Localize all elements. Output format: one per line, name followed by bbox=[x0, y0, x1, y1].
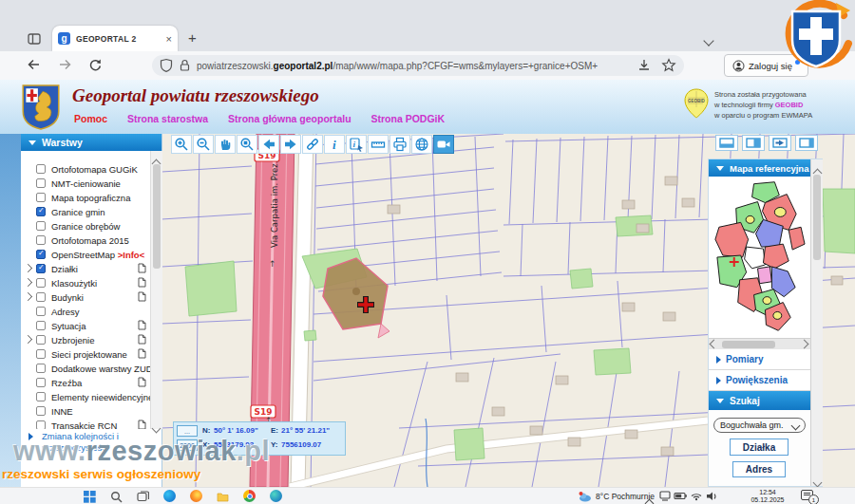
new-tab-button[interactable]: + bbox=[188, 29, 197, 46]
layout-arrow-button[interactable] bbox=[769, 135, 791, 151]
info-button[interactable]: i bbox=[324, 135, 345, 154]
layer-checkbox[interactable] bbox=[36, 406, 46, 416]
globe-button[interactable] bbox=[411, 135, 432, 154]
layer-checkbox[interactable] bbox=[36, 193, 46, 202]
scrollbar-thumb[interactable] bbox=[153, 164, 161, 269]
layer-checkbox[interactable] bbox=[36, 278, 46, 288]
zoom-in-button[interactable] bbox=[171, 135, 192, 154]
osm-info-link[interactable]: >Info< bbox=[118, 250, 145, 260]
layer-checkbox[interactable] bbox=[36, 420, 46, 429]
layer-row[interactable]: Uzbrojenie bbox=[21, 334, 150, 348]
layout-split-button[interactable] bbox=[715, 135, 738, 151]
chrome-icon[interactable] bbox=[243, 490, 256, 502]
tray-chevron-icon[interactable] bbox=[646, 494, 653, 504]
layer-checkbox[interactable] bbox=[36, 250, 46, 259]
layout-right-button[interactable] bbox=[742, 135, 765, 151]
tab-close-icon[interactable]: × bbox=[166, 33, 172, 45]
tracking-shield-icon[interactable] bbox=[160, 58, 173, 73]
layer-checkbox[interactable] bbox=[36, 264, 46, 273]
back-button[interactable] bbox=[27, 57, 42, 72]
system-tray-icons[interactable] bbox=[659, 491, 720, 502]
dzialka-button[interactable]: Działka bbox=[730, 439, 788, 456]
expand-chevron-icon[interactable] bbox=[24, 335, 32, 344]
layer-row[interactable]: Adresy bbox=[21, 306, 150, 320]
url-bar[interactable]: powiatrzeszowski.geoportal2.pl/map/www/m… bbox=[152, 55, 684, 76]
layer-checkbox[interactable] bbox=[36, 164, 46, 174]
expand-chevron-icon[interactable] bbox=[24, 278, 32, 287]
layer-doc-icon[interactable] bbox=[138, 348, 146, 361]
reload-button[interactable] bbox=[87, 57, 103, 72]
scroll-left-icon[interactable] bbox=[710, 340, 719, 349]
layer-row[interactable]: Ortofotomapa GUGiK bbox=[21, 163, 150, 177]
info-select-button[interactable]: i bbox=[346, 135, 367, 154]
menu-pomoc[interactable]: Pomoc bbox=[74, 113, 107, 124]
explorer-icon[interactable] bbox=[217, 490, 229, 502]
layer-row[interactable]: Mapa topograficzna bbox=[21, 192, 150, 206]
browser-tab[interactable]: g GEOPORTAL 2 × bbox=[52, 26, 178, 51]
layer-row[interactable]: Klasoużytki bbox=[21, 277, 150, 291]
gmina-select[interactable]: Boguchwała gm. bbox=[713, 418, 806, 433]
layer-checkbox[interactable] bbox=[36, 307, 46, 316]
scrollbar-thumb[interactable] bbox=[813, 175, 821, 260]
save-page-icon[interactable] bbox=[636, 58, 652, 73]
layer-doc-icon[interactable] bbox=[138, 263, 146, 275]
layer-checkbox[interactable] bbox=[36, 221, 46, 231]
tab-list-chevron-icon[interactable] bbox=[705, 31, 714, 41]
layer-row[interactable]: Sytuacja bbox=[21, 320, 150, 334]
layer-row[interactable]: Sieci projektowane bbox=[21, 348, 150, 363]
weather-widget[interactable]: 8°C Pochmurnie bbox=[578, 491, 655, 502]
layer-doc-icon[interactable] bbox=[138, 377, 146, 389]
lock-icon[interactable] bbox=[178, 58, 191, 73]
scroll-down-icon[interactable] bbox=[813, 478, 823, 488]
layer-row[interactable]: OpenStreetMap >Info< bbox=[21, 249, 150, 263]
scroll-right-icon[interactable] bbox=[800, 340, 809, 349]
expand-chevron-icon[interactable] bbox=[24, 292, 32, 301]
edge-window-icon[interactable] bbox=[270, 490, 282, 502]
layer-row[interactable]: Granice obrębów bbox=[21, 220, 150, 234]
camera-tool-button[interactable] bbox=[433, 135, 454, 154]
history-forward-button[interactable] bbox=[280, 135, 301, 154]
scroll-down-icon[interactable] bbox=[152, 424, 162, 434]
notification-center-icon[interactable]: 1 bbox=[801, 490, 813, 500]
refmap-hscrollbar[interactable] bbox=[709, 338, 810, 349]
layout-narrow-button[interactable] bbox=[795, 135, 818, 151]
history-back-button[interactable] bbox=[258, 135, 279, 154]
layer-doc-icon[interactable] bbox=[138, 277, 146, 289]
expand-chevron-icon[interactable] bbox=[24, 264, 32, 272]
layers-panel-header[interactable]: Warstwy bbox=[21, 134, 162, 151]
layer-row[interactable]: Granice gmin bbox=[21, 206, 150, 220]
print-button[interactable] bbox=[390, 135, 410, 154]
search-button[interactable] bbox=[110, 490, 123, 502]
layer-doc-icon[interactable] bbox=[138, 320, 146, 332]
zoom-extent-button[interactable] bbox=[237, 135, 257, 154]
section-pomiary[interactable]: Pomiary bbox=[709, 349, 810, 370]
layer-doc-icon[interactable] bbox=[138, 334, 146, 346]
link-button[interactable] bbox=[302, 135, 323, 154]
layer-checkbox[interactable] bbox=[36, 349, 46, 359]
layer-row[interactable]: NMT-cieniowanie bbox=[21, 177, 150, 192]
layer-row[interactable]: Dodatkowe warstwy ZUD bbox=[21, 363, 150, 377]
measure-button[interactable] bbox=[368, 135, 389, 154]
hscrollbar-thumb[interactable] bbox=[722, 341, 775, 348]
layer-checkbox[interactable] bbox=[36, 335, 46, 345]
section-powiekszenia[interactable]: Powiększenia bbox=[709, 370, 810, 391]
layer-row[interactable]: Ortofotomapa 2015 bbox=[21, 234, 150, 249]
menu-podgik[interactable]: Strona PODGiK bbox=[371, 113, 446, 124]
layer-checkbox[interactable] bbox=[36, 207, 46, 216]
layer-checkbox[interactable] bbox=[36, 321, 46, 330]
taskbar-clock[interactable]: 12:54 05.12.2025 bbox=[743, 489, 792, 504]
layer-doc-icon[interactable] bbox=[138, 291, 146, 304]
layer-row[interactable]: Rzeźba bbox=[21, 377, 150, 391]
section-szukaj[interactable]: Szukaj bbox=[709, 391, 810, 410]
layer-checkbox[interactable] bbox=[36, 392, 46, 401]
menu-starostwo[interactable]: Strona starostwa bbox=[127, 113, 208, 124]
edge-icon[interactable] bbox=[163, 490, 176, 502]
layer-checkbox[interactable] bbox=[36, 235, 46, 245]
pan-hand-button[interactable] bbox=[215, 135, 236, 154]
layer-row[interactable]: Elementy nieewidencyjne bbox=[21, 391, 150, 405]
layer-row[interactable]: INNE bbox=[21, 405, 150, 420]
layer-doc-icon[interactable] bbox=[138, 420, 146, 429]
bookmark-star-icon[interactable] bbox=[661, 58, 676, 73]
layer-row[interactable]: Działki bbox=[21, 263, 150, 277]
sidebar-scrollbar[interactable] bbox=[150, 151, 162, 429]
